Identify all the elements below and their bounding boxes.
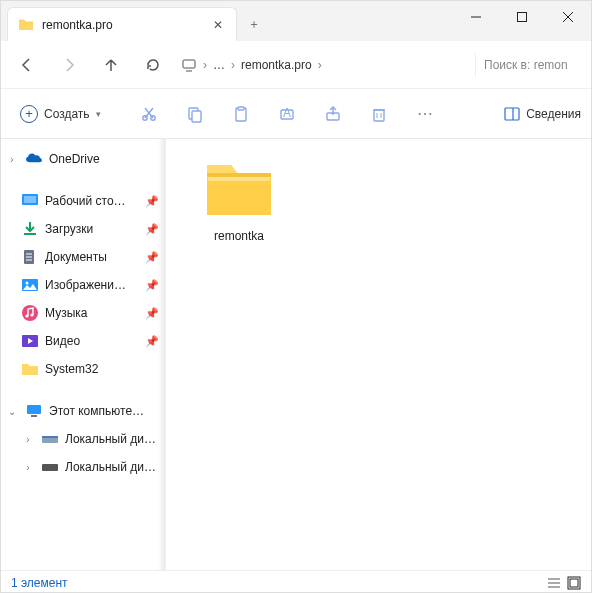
details-icon: [504, 106, 520, 122]
refresh-button[interactable]: [133, 47, 173, 83]
desktop-icon: [21, 192, 39, 210]
paste-button[interactable]: [220, 96, 262, 132]
status-text: 1 элемент: [11, 576, 68, 590]
music-icon: [21, 304, 39, 322]
folder-icon: [18, 17, 34, 33]
items-view[interactable]: remontka: [166, 139, 591, 570]
svg-text:A: A: [283, 106, 291, 120]
status-bar: 1 элемент: [1, 570, 591, 593]
ellipsis-icon[interactable]: …: [213, 58, 225, 72]
new-tab-button[interactable]: ＋: [237, 7, 271, 41]
documents-icon: [21, 248, 39, 266]
svg-rect-11: [192, 111, 201, 122]
copy-button[interactable]: [174, 96, 216, 132]
sidebar-item-music[interactable]: Музыка 📌: [1, 299, 165, 327]
close-tab-icon[interactable]: ✕: [210, 18, 226, 32]
svg-rect-17: [374, 110, 384, 121]
chevron-down-icon[interactable]: ⌄: [5, 406, 19, 417]
command-bar: + Создать ▾ A ⋯ Сведения: [1, 89, 591, 139]
sidebar-item-documents[interactable]: Документы 📌: [1, 243, 165, 271]
svg-rect-21: [505, 108, 519, 120]
chevron-right-icon[interactable]: ›: [5, 154, 19, 165]
chevron-right-icon[interactable]: ›: [203, 58, 207, 72]
chevron-down-icon: ▾: [96, 109, 101, 119]
drive-icon: [41, 430, 59, 448]
more-button[interactable]: ⋯: [404, 96, 446, 132]
svg-point-33: [25, 314, 28, 317]
folder-label: remontka: [214, 229, 264, 243]
chevron-right-icon[interactable]: ›: [21, 462, 35, 473]
delete-button[interactable]: [358, 96, 400, 132]
icons-view-button[interactable]: [567, 576, 581, 590]
new-button[interactable]: + Создать ▾: [11, 100, 110, 128]
pin-icon: 📌: [145, 307, 159, 320]
folder-icon: [21, 360, 39, 378]
folder-icon: [203, 157, 275, 219]
forward-button[interactable]: [49, 47, 89, 83]
chevron-right-icon[interactable]: ›: [318, 58, 322, 72]
pin-icon: 📌: [145, 195, 159, 208]
svg-rect-39: [42, 436, 58, 438]
sidebar-item-system32[interactable]: System32: [1, 355, 165, 383]
sidebar-item-pictures[interactable]: Изображени… 📌: [1, 271, 165, 299]
chevron-right-icon[interactable]: ›: [21, 434, 35, 445]
content-body: › OneDrive Рабочий сто… 📌 Загрузки 📌 Док…: [1, 139, 591, 570]
sidebar-item-videos[interactable]: Видео 📌: [1, 327, 165, 355]
minimize-button[interactable]: [453, 1, 499, 33]
sidebar-item-drive-d[interactable]: › Локальный ди…: [1, 453, 165, 481]
close-window-button[interactable]: [545, 1, 591, 33]
back-button[interactable]: [7, 47, 47, 83]
sidebar-item-label: Локальный ди…: [65, 432, 156, 446]
videos-icon: [21, 332, 39, 350]
sidebar-item-downloads[interactable]: Загрузки 📌: [1, 215, 165, 243]
tab-title: remontka.pro: [42, 18, 202, 32]
svg-rect-13: [238, 107, 244, 110]
sidebar-item-desktop[interactable]: Рабочий сто… 📌: [1, 187, 165, 215]
svg-rect-4: [183, 60, 195, 68]
svg-rect-45: [570, 579, 578, 587]
folder-item[interactable]: remontka: [184, 157, 294, 243]
svg-rect-37: [31, 415, 37, 417]
chevron-right-icon[interactable]: ›: [231, 58, 235, 72]
sidebar-item-label: Этот компьюте…: [49, 404, 144, 418]
window-controls: [453, 1, 591, 33]
sidebar-item-thispc[interactable]: ⌄ Этот компьюте…: [1, 397, 165, 425]
sidebar-item-label: Документы: [45, 250, 107, 264]
pin-icon: 📌: [145, 223, 159, 236]
svg-point-31: [26, 282, 29, 285]
sidebar-item-label: System32: [45, 362, 98, 376]
navigation-bar: › … › remontka.pro › Поиск в: remon: [1, 41, 591, 89]
sidebar-item-label: Музыка: [45, 306, 87, 320]
pin-icon: 📌: [145, 335, 159, 348]
svg-point-32: [22, 305, 38, 321]
svg-rect-24: [24, 196, 36, 203]
title-bar: remontka.pro ✕ ＋: [1, 1, 591, 41]
onedrive-icon: [25, 150, 43, 168]
maximize-button[interactable]: [499, 1, 545, 33]
sidebar-item-label: Видео: [45, 334, 80, 348]
share-button[interactable]: [312, 96, 354, 132]
new-button-label: Создать: [44, 107, 90, 121]
cut-button[interactable]: [128, 96, 170, 132]
up-button[interactable]: [91, 47, 131, 83]
sidebar-item-label: Загрузки: [45, 222, 93, 236]
details-label: Сведения: [526, 107, 581, 121]
details-view-button[interactable]: [547, 576, 561, 590]
navigation-pane: › OneDrive Рабочий сто… 📌 Загрузки 📌 Док…: [1, 139, 166, 570]
pc-icon: [181, 57, 197, 73]
sidebar-item-onedrive[interactable]: › OneDrive: [1, 145, 165, 173]
details-pane-button[interactable]: Сведения: [504, 106, 581, 122]
rename-button[interactable]: A: [266, 96, 308, 132]
breadcrumb-current[interactable]: remontka.pro: [241, 58, 312, 72]
plus-circle-icon: +: [20, 105, 38, 123]
address-bar[interactable]: › … › remontka.pro ›: [175, 57, 473, 73]
window-tab[interactable]: remontka.pro ✕: [7, 7, 237, 41]
svg-rect-36: [27, 405, 41, 414]
pin-icon: 📌: [145, 279, 159, 292]
search-input[interactable]: Поиск в: remon: [475, 53, 585, 77]
pictures-icon: [21, 276, 39, 294]
sidebar-item-drive-c[interactable]: › Локальный ди…: [1, 425, 165, 453]
sidebar-item-label: Рабочий сто…: [45, 194, 126, 208]
svg-point-34: [30, 313, 33, 316]
drive-icon: [41, 458, 59, 476]
